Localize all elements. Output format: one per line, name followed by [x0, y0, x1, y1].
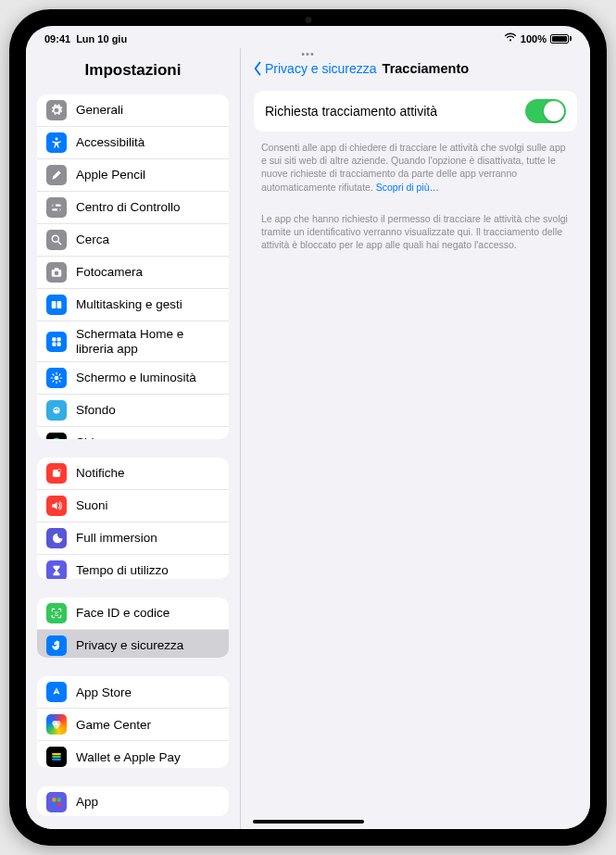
- sidebar-title: Impostazioni: [26, 48, 240, 89]
- sidebar-item-label: Cerca: [76, 233, 109, 247]
- sidebar-item-hand[interactable]: Privacy e sicurezza: [37, 630, 229, 658]
- siri-icon: [46, 433, 67, 439]
- ipad-frame: 09:41 Lun 10 giu 100% ••• Impostazioni G…: [9, 9, 607, 846]
- gamecenter-icon: [46, 714, 67, 735]
- sidebar-item-label: Generali: [76, 103, 123, 118]
- svg-rect-31: [57, 802, 61, 806]
- sidebar-item-label: Wallet e Apple Pay: [76, 750, 181, 765]
- footer-text-2: Le app che hanno richiesto il permesso d…: [261, 212, 570, 252]
- home-icon: [46, 332, 67, 352]
- learn-more-link[interactable]: Scopri di più…: [376, 182, 439, 193]
- brightness-icon: [46, 368, 67, 388]
- sidebar-group-3: Face ID e codicePrivacy e sicurezza: [37, 597, 229, 658]
- sidebar-item-access[interactable]: Accessibilità: [37, 127, 229, 159]
- hand-icon: [46, 635, 67, 656]
- sidebar-item-apps[interactable]: App: [37, 786, 229, 816]
- sidebar-item-siri[interactable]: Siri: [37, 427, 229, 439]
- svg-rect-29: [57, 798, 61, 801]
- access-icon: [46, 132, 67, 153]
- svg-point-20: [55, 611, 56, 612]
- sidebar-item-label: Schermata Home e libreria app: [76, 327, 220, 356]
- moon-icon: [46, 528, 67, 548]
- svg-point-21: [57, 611, 58, 612]
- toggle-knob: [544, 101, 564, 121]
- back-label: Privacy e sicurezza: [265, 61, 377, 76]
- svg-point-24: [54, 723, 59, 729]
- sidebar-item-appstore[interactable]: App Store: [37, 676, 229, 709]
- chevron-left-icon: [252, 61, 263, 76]
- sidebar-item-label: Schermo e luminosità: [76, 371, 196, 385]
- svg-rect-8: [55, 268, 59, 270]
- wallpaper-icon: [46, 400, 67, 421]
- sidebar-item-label: Centro di Controllo: [76, 200, 181, 215]
- faceid-icon: [46, 603, 67, 623]
- sidebar-item-label: Tempo di utilizzo: [76, 563, 169, 578]
- sidebar-item-label: Privacy e sicurezza: [76, 638, 183, 653]
- sidebar-item-gear[interactable]: Generali: [37, 94, 229, 127]
- sidebar-item-moon[interactable]: Full immersion: [37, 522, 229, 555]
- sidebar-item-label: Siri: [76, 435, 94, 438]
- svg-point-3: [53, 204, 56, 207]
- sidebar-item-brightness[interactable]: Schermo e luminosità: [37, 362, 229, 395]
- back-button[interactable]: Privacy e sicurezza: [252, 61, 377, 76]
- sidebar-item-speaker[interactable]: Suoni: [37, 490, 229, 522]
- svg-point-19: [57, 469, 60, 472]
- sidebar-item-label: Notifiche: [76, 466, 125, 481]
- footer-text-1: Consenti alle app di chiedere di traccia…: [261, 141, 570, 194]
- sidebar-item-camera[interactable]: Fotocamera: [37, 257, 229, 289]
- sidebar-group-2: NotificheSuoniFull immersionTempo di uti…: [37, 458, 229, 579]
- svg-rect-28: [52, 798, 56, 801]
- sidebar-item-label: Game Center: [76, 718, 151, 733]
- wallet-icon: [46, 747, 67, 767]
- camera-icon: [46, 262, 67, 283]
- sidebar-group-5: App: [37, 786, 229, 816]
- sidebar-item-label: Accessibilità: [76, 135, 145, 150]
- sidebar-item-hourglass[interactable]: Tempo di utilizzo: [37, 555, 229, 579]
- svg-rect-26: [52, 756, 60, 758]
- svg-rect-10: [57, 301, 62, 308]
- sidebar-item-search[interactable]: Cerca: [37, 224, 229, 257]
- sidebar-item-gamecenter[interactable]: Game Center: [37, 709, 229, 741]
- svg-rect-13: [52, 342, 56, 346]
- toggle-label: Richiesta tracciamento attività: [265, 104, 437, 119]
- sidebar-item-label: Sfondo: [76, 403, 116, 418]
- svg-rect-14: [57, 342, 61, 346]
- switches-icon: [46, 197, 67, 218]
- svg-rect-12: [57, 337, 61, 341]
- sidebar-item-label: App Store: [76, 685, 132, 700]
- sidebar-item-home[interactable]: Schermata Home e libreria app: [37, 321, 229, 362]
- pencil-icon: [46, 165, 67, 185]
- hourglass-icon: [46, 560, 67, 579]
- sidebar-item-multitask[interactable]: Multitasking e gesti: [37, 289, 229, 321]
- sidebar-item-label: Multitasking e gesti: [76, 297, 182, 312]
- sidebar-item-bell[interactable]: Notifiche: [37, 458, 229, 490]
- svg-point-7: [55, 271, 59, 276]
- wifi-icon: [504, 32, 517, 44]
- sidebar-item-pencil[interactable]: Apple Pencil: [37, 159, 229, 192]
- svg-rect-30: [52, 802, 56, 806]
- main-pane: Privacy e sicurezza Tracciamento Richies…: [241, 48, 590, 829]
- status-date: Lun 10 giu: [76, 33, 127, 44]
- multitask-icon: [46, 295, 67, 315]
- svg-rect-25: [52, 753, 60, 755]
- sidebar-item-label: Apple Pencil: [76, 168, 145, 182]
- svg-rect-9: [52, 301, 57, 308]
- sidebar-item-faceid[interactable]: Face ID e codice: [37, 597, 229, 630]
- sidebar-item-switches[interactable]: Centro di Controllo: [37, 192, 229, 224]
- svg-rect-11: [52, 337, 56, 341]
- screen: 09:41 Lun 10 giu 100% ••• Impostazioni G…: [26, 26, 590, 829]
- sidebar-item-wallet[interactable]: Wallet e Apple Pay: [37, 741, 229, 767]
- appstore-icon: [46, 682, 67, 702]
- svg-rect-27: [52, 759, 60, 761]
- home-indicator[interactable]: [253, 820, 364, 824]
- sidebar-item-label: App: [76, 795, 98, 810]
- search-icon: [46, 230, 67, 250]
- sidebar-item-label: Full immersion: [76, 531, 157, 546]
- sidebar-item-label: Fotocamera: [76, 265, 143, 280]
- speaker-icon: [46, 496, 67, 516]
- svg-point-4: [57, 208, 60, 211]
- tracking-toggle[interactable]: [525, 99, 566, 123]
- apps-icon: [46, 792, 67, 812]
- sidebar-item-wallpaper[interactable]: Sfondo: [37, 395, 229, 427]
- sidebar-item-label: Suoni: [76, 498, 108, 513]
